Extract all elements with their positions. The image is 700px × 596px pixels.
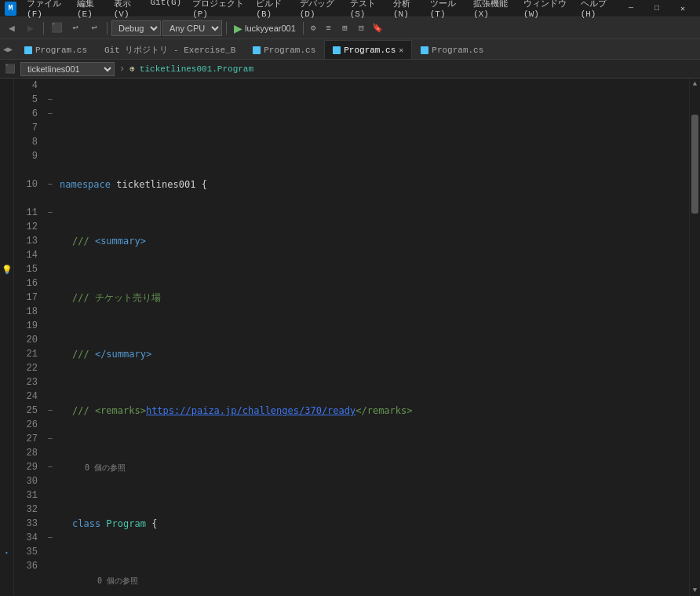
scroll-track[interactable] <box>690 90 700 585</box>
path-separator: › <box>119 64 125 75</box>
menu-build[interactable]: ビルド(B) <box>250 0 293 20</box>
toolbar-icon-b[interactable]: ⊞ <box>337 20 352 36</box>
play-button[interactable]: ▶ luckyyear001 <box>231 22 299 35</box>
menu-extensions[interactable]: 拡張機能(X) <box>468 0 518 20</box>
method-icon: ⊕ <box>129 64 135 74</box>
collapse-btn-29[interactable]: ─ <box>44 460 57 474</box>
scroll-up-btn[interactable]: ▲ <box>690 79 700 90</box>
bulb-indicator[interactable]: 💡 <box>0 262 13 276</box>
sidebar-toggle[interactable]: ◀▶ <box>0 40 16 59</box>
file-icon: ⬛ <box>5 64 16 74</box>
tab-label-4: Program.cs <box>432 46 483 55</box>
nav-forward[interactable]: ▶ <box>22 20 39 37</box>
menu-window[interactable]: ウィンドウ(W) <box>518 0 575 20</box>
tab-program-cs-4[interactable]: Program.cs <box>412 40 492 59</box>
left-margin: 💡 • <box>0 79 14 596</box>
line-5: namespace ticketlines001 { <box>60 177 689 192</box>
nav-back[interactable]: ◀ <box>3 20 20 37</box>
maximize-button[interactable]: □ <box>644 2 669 16</box>
scroll-down-btn[interactable]: ▼ <box>690 585 700 596</box>
title-bar: M ファイル(F) 編集(E) 表示(V) Git(G) プロジェクト(P) ビ… <box>0 0 700 17</box>
toolbar-icon-a[interactable]: ≡ <box>320 20 336 36</box>
menu-git[interactable]: Git(G) <box>145 0 188 20</box>
collapse-btn-34[interactable]: ─ <box>44 531 57 545</box>
toolbar-icon-c[interactable]: ⊟ <box>353 20 369 36</box>
line-ref-2: 0 個の参照 <box>60 573 689 587</box>
menu-analysis[interactable]: 分析(N) <box>388 0 425 20</box>
scroll-thumb[interactable] <box>691 115 698 214</box>
code-content[interactable]: namespace ticketlines001 { /// <summary>… <box>57 79 689 596</box>
line-6: /// <summary> <box>60 234 689 248</box>
line-10: class Program { <box>60 517 689 531</box>
tab-label-1: Program.cs <box>35 46 87 55</box>
menu-project[interactable]: プロジェクト(P) <box>187 0 250 20</box>
menu-debug[interactable]: デバッグ(D) <box>294 0 345 20</box>
collapse-btn-5[interactable]: ─ <box>44 93 57 107</box>
line-numbers: 4 5 6 7 8 9 10 11 12 13 14 15 16 17 18 1… <box>14 79 44 596</box>
collapse-btn-27[interactable]: ─ <box>44 432 57 446</box>
line-9: /// <remarks>https://paiza.jp/challenges… <box>60 404 689 418</box>
line-4 <box>60 121 689 135</box>
line-8: /// </summary> <box>60 347 689 361</box>
toolbar: ◀ ▶ ⬛ ↩ ↩ Debug Any CPU ▶ luckyyear001 ⚙… <box>0 17 700 39</box>
editor-area: 💡 • 4 5 6 7 8 9 10 11 12 13 <box>0 79 700 596</box>
platform-select[interactable]: Any CPU <box>162 20 222 36</box>
toolbar-icons-group: ≡ ⊞ ⊟ 🔖 <box>320 20 385 36</box>
tabs-row: ◀▶ Program.cs Git リポジトリ - Exercise_B Pro… <box>0 39 700 60</box>
namespace-select[interactable]: ticketlines001 <box>20 62 115 76</box>
tab-git-repo[interactable]: Git リポジトリ - Exercise_B <box>96 40 244 59</box>
tab-label-2: Git リポジトリ - Exercise_B <box>104 44 235 56</box>
menu-view[interactable]: 表示(V) <box>108 0 145 20</box>
path-bar: ⬛ ticketlines001 › ⊕ ticketlines001.Prog… <box>0 60 700 79</box>
collapse-btn-25[interactable]: ─ <box>44 404 57 418</box>
class-path: ticketlines001.Program <box>140 64 253 74</box>
debug-config-select[interactable]: Debug <box>111 20 161 36</box>
menu-edit[interactable]: 編集(E) <box>71 0 108 20</box>
minimize-button[interactable]: ─ <box>618 2 643 16</box>
toolbar-btn-2[interactable]: ↩ <box>67 20 84 37</box>
tab-program-cs-1[interactable]: Program.cs <box>16 40 96 59</box>
tab-label-active: Program.cs <box>344 46 396 55</box>
toolbar-btn-1[interactable]: ⬛ <box>48 20 65 37</box>
collapse-column: ─ ─ ─ ─ ─ ─ ─ ─ <box>44 79 57 596</box>
collapse-btn-6[interactable]: ─ <box>44 107 57 121</box>
line-7: /// チケット売り場 <box>60 291 689 305</box>
menu-bar[interactable]: ファイル(F) 編集(E) 表示(V) Git(G) プロジェクト(P) ビルド… <box>21 0 618 20</box>
toolbar-btn-3[interactable]: ↩ <box>86 20 103 37</box>
tab-close-active[interactable]: ✕ <box>399 46 403 55</box>
toolbar-icon-d[interactable]: 🔖 <box>370 20 385 36</box>
line-ref-1: 0 個の参照 <box>60 460 689 474</box>
scrollbar-vertical[interactable]: ▲ ▼ <box>689 79 700 596</box>
menu-help[interactable]: ヘルプ(H) <box>575 0 618 20</box>
vs-icon: M <box>5 2 16 16</box>
tab-label-3: Program.cs <box>264 46 315 55</box>
collapse-btn-10[interactable]: ─ <box>44 177 57 192</box>
tab-program-cs-2[interactable]: Program.cs <box>244 40 324 59</box>
collapse-btn-11[interactable]: ─ <box>44 206 57 220</box>
menu-tools[interactable]: ツール(T) <box>425 0 468 20</box>
close-button[interactable]: ✕ <box>670 2 695 16</box>
tab-program-cs-active[interactable]: Program.cs ✕ <box>324 40 412 59</box>
git-icon[interactable]: ⚙ <box>308 23 319 33</box>
menu-test[interactable]: テスト(S) <box>345 0 388 20</box>
menu-file[interactable]: ファイル(F) <box>21 0 71 20</box>
